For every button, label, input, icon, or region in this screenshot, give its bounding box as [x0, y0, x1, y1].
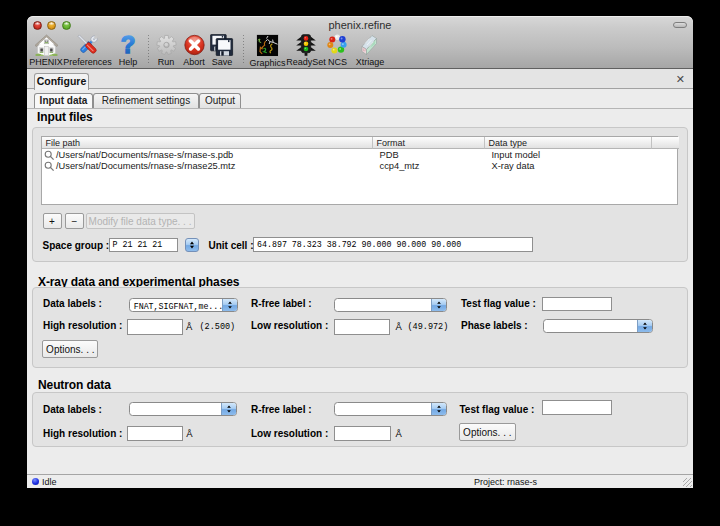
- svg-text:?: ?: [121, 34, 136, 56]
